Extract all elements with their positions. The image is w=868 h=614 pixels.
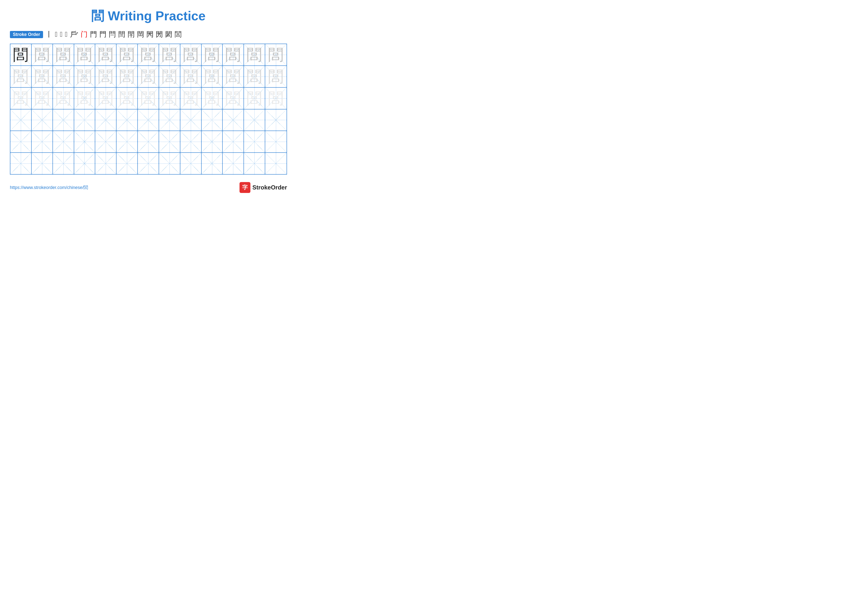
cell-3-13: 閭 <box>265 88 287 109</box>
stroke-7: 門 <box>90 30 97 39</box>
cell-1-9: 閭 <box>180 44 202 65</box>
cell-2-1: 閭 <box>10 66 32 87</box>
cell-5-12[interactable] <box>244 131 265 152</box>
cell-1-13: 閭 <box>265 44 287 65</box>
cell-1-5: 閭 <box>95 44 116 65</box>
stroke-13: 閌 <box>146 30 153 39</box>
footer-logo: 字 StrokeOrder <box>240 182 287 193</box>
grid-row-3: 閭 閭 閭 閭 閭 閭 閭 閭 閭 閭 閭 閭 閭 <box>10 88 287 109</box>
cell-4-12[interactable] <box>244 109 265 131</box>
grid-row-6 <box>10 153 287 174</box>
cell-4-1[interactable] <box>10 109 32 131</box>
cell-4-5[interactable] <box>95 109 116 131</box>
cell-3-5: 閭 <box>95 88 116 109</box>
cell-3-6: 閭 <box>116 88 138 109</box>
cell-6-1[interactable] <box>10 153 32 174</box>
cell-5-11[interactable] <box>223 131 244 152</box>
cell-4-3[interactable] <box>53 109 74 131</box>
stroke-1: 丨 <box>45 30 53 39</box>
cell-4-4[interactable] <box>74 109 96 131</box>
cell-1-6: 閭 <box>116 44 138 65</box>
cell-2-12: 閭 <box>244 66 265 87</box>
cell-4-10[interactable] <box>202 109 223 131</box>
cell-2-13: 閭 <box>265 66 287 87</box>
cell-2-6: 閭 <box>116 66 138 87</box>
cell-3-8: 閭 <box>159 88 180 109</box>
cell-4-9[interactable] <box>180 109 202 131</box>
cell-4-13[interactable] <box>265 109 287 131</box>
stroke-2: 𠃌 <box>55 31 57 38</box>
stroke-order-row: Stroke Order 丨 𠃌 𠃍 𠃎 戶' 门 門 門 閂 閆 閈 閊 閌 … <box>10 30 287 39</box>
footer: https://www.strokeorder.com/chinese/閭 字 … <box>10 182 287 193</box>
cell-5-13[interactable] <box>265 131 287 152</box>
cell-6-7[interactable] <box>138 153 159 174</box>
cell-6-3[interactable] <box>53 153 74 174</box>
cell-3-4: 閭 <box>74 88 96 109</box>
cell-2-5: 閭 <box>95 66 116 87</box>
cell-5-2[interactable] <box>32 131 53 152</box>
logo-icon: 字 <box>240 182 250 193</box>
cell-5-3[interactable] <box>53 131 74 152</box>
stroke-15: 閎 <box>165 30 172 39</box>
cell-1-7: 閭 <box>138 44 159 65</box>
cell-3-9: 閭 <box>180 88 202 109</box>
title-char: 閭 <box>91 9 104 23</box>
cell-6-11[interactable] <box>223 153 244 174</box>
cell-3-2: 閭 <box>32 88 53 109</box>
cell-3-7: 閭 <box>138 88 159 109</box>
cell-5-7[interactable] <box>138 131 159 152</box>
cell-6-4[interactable] <box>74 153 96 174</box>
stroke-8: 門 <box>99 30 106 39</box>
stroke-12: 閊 <box>137 30 144 39</box>
cell-4-11[interactable] <box>223 109 244 131</box>
practice-grid: 閭 閭 閭 閭 閭 閭 閭 閭 閭 閭 閭 閭 閭 閭 閭 閭 閭 閭 閭 閭 … <box>10 44 287 175</box>
cell-5-1[interactable] <box>10 131 32 152</box>
stroke-16: 閭 <box>175 30 181 39</box>
stroke-3: 𠃍 <box>60 31 62 38</box>
cell-6-5[interactable] <box>95 153 116 174</box>
cell-5-8[interactable] <box>159 131 180 152</box>
cell-4-7[interactable] <box>138 109 159 131</box>
cell-2-7: 閭 <box>138 66 159 87</box>
cell-5-10[interactable] <box>202 131 223 152</box>
cell-3-1: 閭 <box>10 88 32 109</box>
cell-1-11: 閭 <box>223 44 244 65</box>
cell-5-9[interactable] <box>180 131 202 152</box>
cell-5-6[interactable] <box>116 131 138 152</box>
cell-4-2[interactable] <box>32 109 53 131</box>
cell-5-5[interactable] <box>95 131 116 152</box>
cell-2-3: 閭 <box>53 66 74 87</box>
cell-3-10: 閭 <box>202 88 223 109</box>
grid-row-4 <box>10 109 287 131</box>
stroke-11: 閈 <box>128 30 135 39</box>
grid-row-2: 閭 閭 閭 閭 閭 閭 閭 閭 閭 閭 閭 閭 閭 <box>10 66 287 88</box>
stroke-order-badge: Stroke Order <box>10 31 43 38</box>
cell-6-6[interactable] <box>116 153 138 174</box>
logo-name: StrokeOrder <box>253 184 287 191</box>
cell-3-3: 閭 <box>53 88 74 109</box>
cell-6-9[interactable] <box>180 153 202 174</box>
title-text: Writing Practice <box>108 9 206 23</box>
cell-2-4: 閭 <box>74 66 96 87</box>
cell-4-8[interactable] <box>159 109 180 131</box>
cell-6-13[interactable] <box>265 153 287 174</box>
cell-5-4[interactable] <box>74 131 96 152</box>
cell-1-8: 閭 <box>159 44 180 65</box>
cell-6-12[interactable] <box>244 153 265 174</box>
cell-2-10: 閭 <box>202 66 223 87</box>
cell-3-11: 閭 <box>223 88 244 109</box>
stroke-4: 𠃎 <box>65 31 68 38</box>
cell-6-8[interactable] <box>159 153 180 174</box>
char-dark: 閭 <box>13 47 28 62</box>
footer-url: https://www.strokeorder.com/chinese/閭 <box>10 185 88 190</box>
cell-2-11: 閭 <box>223 66 244 87</box>
cell-2-2: 閭 <box>32 66 53 87</box>
page-title-section: 閭 Writing Practice <box>10 8 287 25</box>
cell-4-6[interactable] <box>116 109 138 131</box>
cell-1-10: 閭 <box>202 44 223 65</box>
cell-1-12: 閭 <box>244 44 265 65</box>
cell-6-2[interactable] <box>32 153 53 174</box>
cell-1-4: 閭 <box>74 44 96 65</box>
stroke-9: 閂 <box>109 30 116 39</box>
cell-6-10[interactable] <box>202 153 223 174</box>
